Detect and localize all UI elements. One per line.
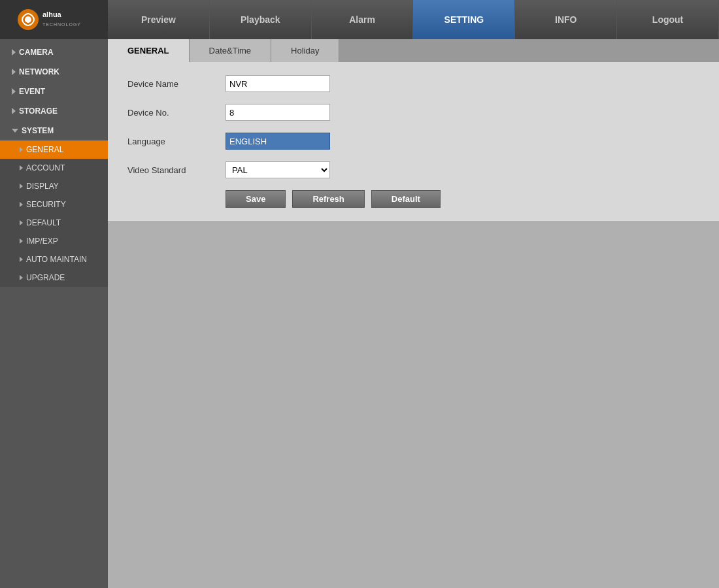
- sidebar-item-account[interactable]: ACCOUNT: [0, 159, 108, 177]
- sidebar: CAMERA NETWORK EVENT STORAGE SYSTEM GENE…: [0, 39, 108, 588]
- svg-text:TECHNOLOGY: TECHNOLOGY: [42, 22, 81, 27]
- arrow-right-icon: [12, 49, 16, 56]
- default-button[interactable]: Default: [371, 190, 441, 208]
- device-name-row: Device Name: [127, 75, 699, 92]
- button-row: Save Refresh Default: [226, 190, 699, 208]
- tab-datetime[interactable]: Date&Time: [190, 39, 272, 62]
- sub-arrow-icon: [20, 275, 23, 280]
- sub-arrow-icon: [20, 147, 23, 152]
- device-name-label: Device Name: [127, 79, 226, 89]
- sidebar-item-system[interactable]: SYSTEM: [0, 121, 108, 140]
- nav-bar: Preview Playback Alarm SETTING INFO Logo…: [108, 0, 719, 39]
- save-button[interactable]: Save: [226, 190, 286, 208]
- nav-setting[interactable]: SETTING: [413, 0, 515, 39]
- arrow-right-icon: [12, 88, 16, 95]
- sub-arrow-icon: [20, 184, 23, 189]
- device-no-row: Device No.: [127, 104, 699, 121]
- sub-arrow-icon: [20, 220, 23, 225]
- sidebar-item-network[interactable]: NETWORK: [0, 62, 108, 82]
- svg-text:alhua: alhua: [42, 10, 62, 18]
- sidebar-item-camera[interactable]: CAMERA: [0, 42, 108, 62]
- device-name-input[interactable]: [226, 75, 330, 92]
- nav-alarm[interactable]: Alarm: [312, 0, 414, 39]
- tab-bar: GENERAL Date&Time Holiday: [108, 39, 719, 62]
- arrow-right-icon: [12, 108, 16, 114]
- sidebar-item-storage[interactable]: STORAGE: [0, 101, 108, 121]
- video-standard-label: Video Standard: [127, 165, 226, 175]
- sub-arrow-icon: [20, 238, 23, 244]
- tab-general[interactable]: GENERAL: [108, 39, 190, 62]
- arrow-down-icon: [12, 129, 18, 133]
- sidebar-item-upgrade[interactable]: UPGRADE: [0, 269, 108, 287]
- content-area: GENERAL Date&Time Holiday Device Name De…: [108, 39, 719, 588]
- video-standard-row: Video Standard PAL NTSC: [127, 161, 699, 178]
- refresh-button[interactable]: Refresh: [292, 190, 364, 208]
- svg-point-1: [25, 16, 31, 23]
- sub-arrow-icon: [20, 165, 23, 171]
- nav-info[interactable]: INFO: [515, 0, 617, 39]
- sidebar-system-submenu: GENERAL ACCOUNT DISPLAY SECURITY DEFAULT…: [0, 140, 108, 287]
- device-no-input[interactable]: [226, 104, 330, 121]
- nav-playback[interactable]: Playback: [210, 0, 312, 39]
- sidebar-item-display[interactable]: DISPLAY: [0, 177, 108, 195]
- sub-arrow-icon: [20, 257, 23, 262]
- form-area: Device Name Device No. Language Video St…: [108, 62, 719, 221]
- sidebar-item-security[interactable]: SECURITY: [0, 195, 108, 214]
- device-no-label: Device No.: [127, 108, 226, 118]
- sidebar-item-imp-exp[interactable]: IMP/EXP: [0, 232, 108, 250]
- language-label: Language: [127, 137, 226, 146]
- language-input[interactable]: [226, 133, 330, 150]
- sub-arrow-icon: [20, 202, 23, 207]
- sidebar-item-default[interactable]: DEFAULT: [0, 214, 108, 232]
- nav-preview[interactable]: Preview: [108, 0, 210, 39]
- tab-holiday[interactable]: Holiday: [271, 39, 339, 62]
- logo: alhua TECHNOLOGY: [0, 0, 108, 39]
- video-standard-select[interactable]: PAL NTSC: [226, 161, 330, 178]
- arrow-right-icon: [12, 69, 16, 75]
- nav-logout[interactable]: Logout: [617, 0, 719, 39]
- sidebar-item-auto-maintain[interactable]: AUTO MAINTAIN: [0, 250, 108, 269]
- content-rest: [108, 221, 719, 588]
- language-row: Language: [127, 133, 699, 150]
- sidebar-item-general[interactable]: GENERAL: [0, 140, 108, 159]
- sidebar-item-event[interactable]: EVENT: [0, 82, 108, 101]
